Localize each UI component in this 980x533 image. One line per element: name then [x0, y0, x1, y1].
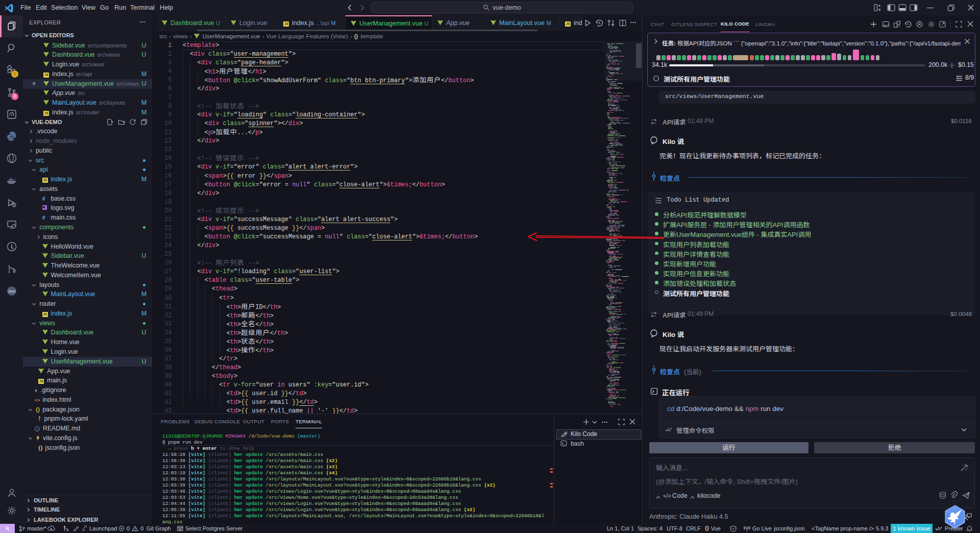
svg-text:Json: Json — [8, 289, 15, 293]
